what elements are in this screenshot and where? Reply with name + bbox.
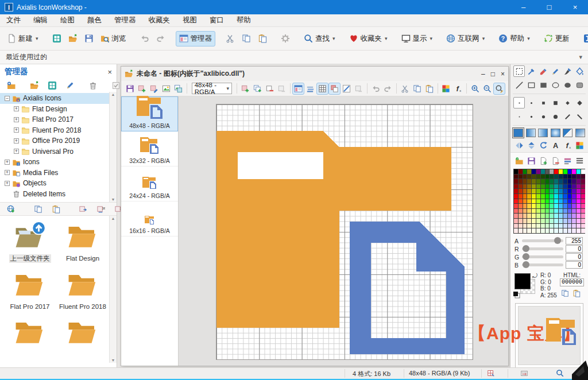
palette-color[interactable]	[577, 189, 581, 193]
menu-颜色[interactable]: 颜色	[81, 14, 108, 26]
palette-color[interactable]	[536, 184, 540, 189]
palette-color[interactable]	[546, 219, 550, 223]
palette-color[interactable]	[514, 179, 518, 184]
palette-color[interactable]	[527, 228, 531, 233]
palette-color[interactable]	[536, 175, 540, 179]
tr1-button[interactable]	[75, 202, 91, 216]
palette-color[interactable]	[568, 219, 572, 223]
palette-color[interactable]	[572, 204, 576, 208]
menu-文件[interactable]: 文件	[0, 14, 27, 26]
pencil-button[interactable]	[62, 78, 78, 93]
palette-color[interactable]	[532, 199, 536, 204]
更新-button[interactable]: 更新	[540, 31, 573, 46]
zoom-in-button[interactable]	[469, 83, 481, 95]
palette-color[interactable]	[527, 214, 531, 218]
gradient-style-3[interactable]	[538, 129, 548, 137]
palette-color[interactable]	[568, 204, 572, 208]
palette-color[interactable]	[536, 194, 540, 199]
palette-color[interactable]	[523, 184, 527, 189]
tree-item-objects[interactable]: +Objects	[0, 178, 117, 189]
rectf-button[interactable]	[537, 79, 549, 91]
zoom-out-button[interactable]	[481, 83, 493, 95]
palette-color[interactable]	[563, 204, 567, 208]
slider-value-A[interactable]	[566, 237, 583, 245]
palette-color[interactable]	[568, 194, 572, 199]
menu-帮助[interactable]: 帮助	[230, 14, 257, 26]
palette-color[interactable]	[527, 175, 531, 179]
tree-item-flat-design[interactable]: +Flat Design	[0, 104, 117, 115]
tree-item-axialis-icons[interactable]: −Axialis Icons	[0, 93, 117, 104]
palette-color[interactable]	[519, 214, 523, 218]
slider-value-B[interactable]	[566, 261, 583, 269]
palette-color[interactable]	[541, 204, 545, 208]
palette-color[interactable]	[568, 214, 572, 218]
palette-color[interactable]	[532, 189, 536, 193]
redo-button[interactable]	[153, 31, 169, 46]
palette-color[interactable]	[546, 228, 550, 233]
doc-maximize-button[interactable]: □	[491, 70, 495, 78]
gradient-style-4[interactable]	[551, 129, 560, 137]
palette-color[interactable]	[572, 228, 576, 233]
palette-color[interactable]	[563, 179, 567, 184]
expander-plus-icon[interactable]: +	[5, 160, 10, 165]
minimize-button[interactable]: –	[510, 0, 536, 14]
palette-color[interactable]	[550, 169, 554, 174]
recent-files-bar[interactable]: 最近使用过的 ▾	[0, 51, 588, 64]
浏览-button[interactable]: 浏览	[97, 31, 130, 46]
palette-color[interactable]	[554, 219, 558, 223]
frame-exp-button[interactable]	[353, 83, 365, 95]
palette-color[interactable]	[577, 184, 581, 189]
menu-收藏夹[interactable]: 收藏夹	[142, 14, 177, 26]
slider-knob[interactable]	[523, 245, 529, 252]
palette-color[interactable]	[532, 209, 536, 214]
search-icon[interactable]	[556, 369, 564, 377]
palette-color[interactable]	[568, 228, 572, 233]
palette-color[interactable]	[559, 204, 563, 208]
palette-color[interactable]	[536, 169, 540, 174]
显示-button[interactable]: 显示▾	[398, 31, 436, 46]
palette-color[interactable]	[527, 169, 531, 174]
palette-color[interactable]	[541, 175, 545, 179]
app-grid-button[interactable]	[44, 78, 60, 93]
palette-color[interactable]	[572, 209, 576, 214]
frame-del-button[interactable]	[264, 83, 276, 95]
palette-color[interactable]	[559, 189, 563, 193]
folder-open-button[interactable]	[26, 78, 42, 93]
ellipse-button[interactable]	[550, 79, 561, 91]
pixel-editor-canvas[interactable]	[216, 104, 473, 360]
c3-button[interactable]	[537, 111, 549, 122]
palette-color[interactable]	[536, 204, 540, 208]
palette-color[interactable]	[581, 199, 585, 204]
scroll-up-icon[interactable]: ▲	[111, 216, 115, 220]
palette-color[interactable]	[577, 219, 581, 223]
dot2-button[interactable]	[525, 97, 537, 108]
swap-colors-icon[interactable]: ⤾	[532, 272, 537, 280]
palette-color[interactable]	[577, 214, 581, 218]
palette-color[interactable]	[514, 194, 518, 199]
palette-color[interactable]	[577, 209, 581, 214]
menu-绘图[interactable]: 绘图	[54, 14, 81, 26]
menu-编辑[interactable]: 编辑	[27, 14, 54, 26]
palette-color[interactable]	[563, 219, 567, 223]
palette-color[interactable]	[546, 179, 550, 184]
scroll-down-icon[interactable]: ▼	[111, 358, 115, 362]
palette-color[interactable]	[568, 189, 572, 193]
size-item-24x24-rgb-a[interactable]: 24x24 - RGB/A	[121, 166, 178, 201]
palette-color[interactable]	[514, 175, 518, 179]
palette-color[interactable]	[527, 204, 531, 208]
palette-color[interactable]	[581, 179, 585, 184]
互联网-button[interactable]: 互联网▾	[443, 31, 488, 46]
browser-item-flat-pro-2017[interactable]: Flat Pro 2017	[5, 269, 55, 311]
palette-color[interactable]	[541, 199, 545, 204]
palette-color[interactable]	[519, 199, 523, 204]
palette-color[interactable]	[568, 209, 572, 214]
palette-color[interactable]	[541, 189, 545, 193]
line-button[interactable]	[513, 79, 525, 91]
d1-button[interactable]	[513, 111, 525, 122]
tree-item-deleted-items[interactable]: Deleted Items	[0, 189, 117, 200]
fx-button[interactable]: fx	[452, 83, 464, 95]
palette-color[interactable]	[577, 179, 581, 184]
palette-color[interactable]	[527, 189, 531, 193]
chevron-down-icon[interactable]: ▾	[579, 53, 582, 61]
doc-minimize-button[interactable]: –	[481, 70, 485, 78]
